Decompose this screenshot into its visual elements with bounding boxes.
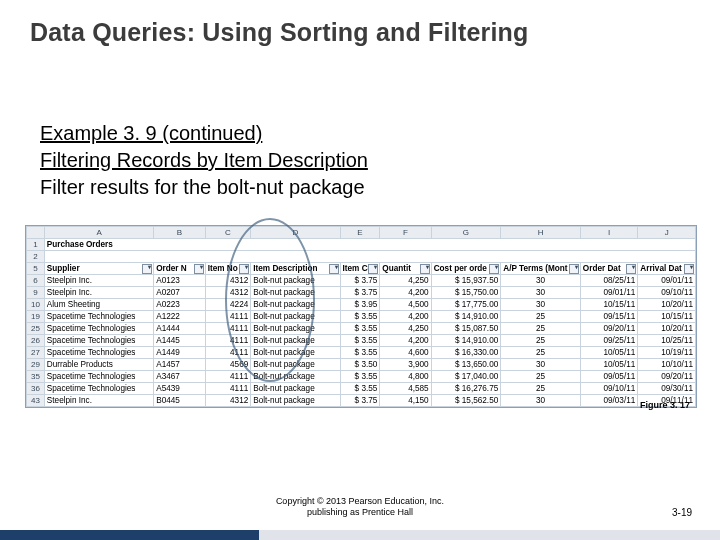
sheet-title-cell: Purchase Orders [44,239,695,251]
cell: 25 [501,311,581,323]
col-B[interactable]: B [154,227,205,239]
cell: Spacetime Technologies [44,371,153,383]
cell: 15,937.50 [431,275,501,287]
col-E[interactable]: E [340,227,380,239]
col-I[interactable]: I [580,227,637,239]
row-2: 2 [27,251,696,263]
col-H[interactable]: H [501,227,581,239]
cell: 3.55 [340,311,380,323]
cell: 4,200 [380,287,431,299]
cell: 4111 [205,323,251,335]
cell: Bolt-nut package [251,311,340,323]
slide-title: Data Queries: Using Sorting and Filterin… [30,18,529,47]
col-D[interactable]: D [251,227,340,239]
footer-accent [0,530,720,540]
cell: 16,276.75 [431,383,501,395]
cell: Steelpin Inc. [44,287,153,299]
hdr-order-date[interactable]: Order Dat [580,263,637,275]
row-num-2[interactable]: 2 [27,251,45,263]
row-num[interactable]: 43 [27,395,45,407]
copyright-line2: publishing as Prentice Hall [307,507,413,517]
cell: B0445 [154,395,205,407]
cell: 10/15/11 [638,311,696,323]
table-row: 26Spacetime TechnologiesA14454111Bolt-nu… [27,335,696,347]
row-num[interactable]: 9 [27,287,45,299]
cell: 25 [501,335,581,347]
cell: 4569 [205,359,251,371]
hdr-cost-order[interactable]: Cost per orde [431,263,501,275]
cell: 4,585 [380,383,431,395]
cell: 4,600 [380,347,431,359]
cell: Spacetime Technologies [44,323,153,335]
hdr-item-no[interactable]: Item No [205,263,251,275]
cell: A1457 [154,359,205,371]
cell: 09/30/11 [638,383,696,395]
cell: 13,650.00 [431,359,501,371]
cell: 3,900 [380,359,431,371]
row-num-hdr[interactable]: 5 [27,263,45,275]
cell: 15,750.00 [431,287,501,299]
page-number: 3-19 [672,507,692,518]
spreadsheet-table: A B C D E F G H I J 1 Purchase Orders 2 … [26,226,696,407]
cell: 10/10/11 [638,359,696,371]
body-line-1: Example 3. 9 (continued) [40,120,680,147]
copyright: Copyright © 2013 Pearson Education, Inc.… [0,496,720,518]
cell: 4111 [205,383,251,395]
cell: 08/25/11 [580,275,637,287]
col-F[interactable]: F [380,227,431,239]
copyright-line1: Copyright © 2013 Pearson Education, Inc. [276,496,444,506]
cell: 3.95 [340,299,380,311]
hdr-item-desc[interactable]: Item Description [251,263,340,275]
cell: 4,500 [380,299,431,311]
cell: Bolt-nut package [251,371,340,383]
cell: 4,800 [380,371,431,383]
cell: 10/05/11 [580,359,637,371]
cell: 09/20/11 [580,323,637,335]
col-A[interactable]: A [44,227,153,239]
col-J[interactable]: J [638,227,696,239]
hdr-item-cost[interactable]: Item Co [340,263,380,275]
row-num[interactable]: 19 [27,311,45,323]
col-header-row: A B C D E F G H I J [27,227,696,239]
cell: 15,562.50 [431,395,501,407]
cell: 09/03/11 [580,395,637,407]
table-row: 27Spacetime TechnologiesA14494111Bolt-nu… [27,347,696,359]
cell: Steelpin Inc. [44,275,153,287]
row-num[interactable]: 25 [27,323,45,335]
row-num[interactable]: 10 [27,299,45,311]
row-num[interactable]: 35 [27,371,45,383]
hdr-ap-terms[interactable]: A/P Terms (Mont [501,263,581,275]
cell: 4111 [205,335,251,347]
cell: 14,910.00 [431,335,501,347]
cell: 25 [501,383,581,395]
cell: Alum Sheeting [44,299,153,311]
table-row: 35Spacetime TechnologiesA34674111Bolt-nu… [27,371,696,383]
row-num[interactable]: 29 [27,359,45,371]
col-C[interactable]: C [205,227,251,239]
table-row: 10Alum SheetingA02234224Bolt-nut package… [27,299,696,311]
cell: Bolt-nut package [251,395,340,407]
row-num[interactable]: 27 [27,347,45,359]
hdr-quantity[interactable]: Quantit [380,263,431,275]
cell: 3.55 [340,347,380,359]
cell: 09/05/11 [580,371,637,383]
cell: A1445 [154,335,205,347]
cell: 17,040.00 [431,371,501,383]
hdr-arrival-date[interactable]: Arrival Dat [638,263,696,275]
table-row: 36Spacetime TechnologiesA54394111Bolt-nu… [27,383,696,395]
cell: 14,910.00 [431,311,501,323]
col-G[interactable]: G [431,227,501,239]
row-num-1[interactable]: 1 [27,239,45,251]
cell: 09/10/11 [638,287,696,299]
corner-cell [27,227,45,239]
cell: A0223 [154,299,205,311]
row-num[interactable]: 26 [27,335,45,347]
hdr-order-no[interactable]: Order N [154,263,205,275]
hdr-supplier[interactable]: Supplier [44,263,153,275]
cell: Bolt-nut package [251,287,340,299]
cell: 30 [501,359,581,371]
cell: 4312 [205,395,251,407]
row-num[interactable]: 36 [27,383,45,395]
row-num[interactable]: 6 [27,275,45,287]
cell: 09/25/11 [580,335,637,347]
